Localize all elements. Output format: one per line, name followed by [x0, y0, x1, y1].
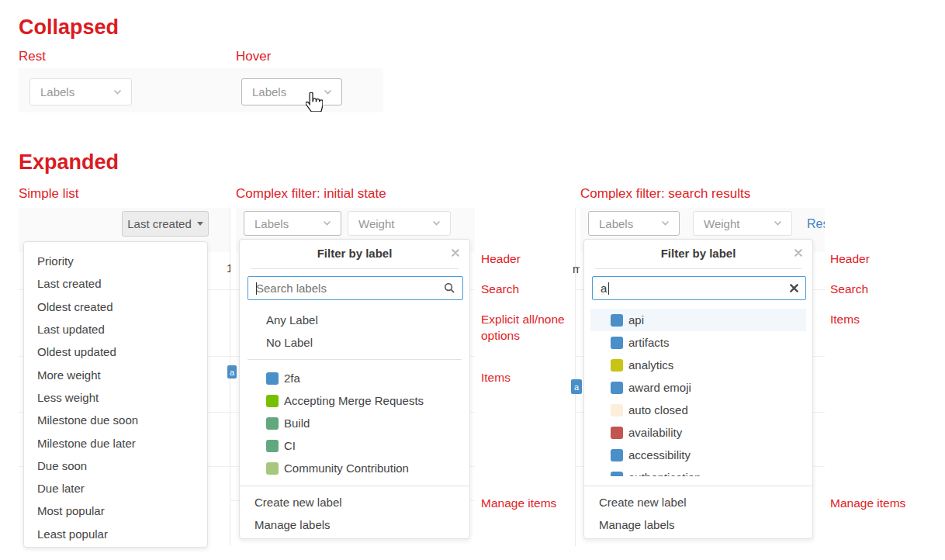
label-item[interactable]: Accepting Merge Requests: [240, 389, 469, 412]
panel-title: Filter by label: [240, 247, 469, 260]
list-item[interactable]: Milestone due soon: [24, 409, 207, 431]
label-item[interactable]: api: [584, 309, 812, 331]
any-label-option[interactable]: Any Label: [240, 309, 469, 331]
labels-dropdown-search-label: Labels: [599, 217, 661, 230]
chevron-down-icon: [323, 220, 331, 226]
list-item[interactable]: Due later: [24, 477, 207, 500]
list-item[interactable]: Milestone due later: [24, 431, 207, 454]
create-new-label-link[interactable]: Create new label: [584, 491, 812, 513]
list-item[interactable]: Oldest updated: [24, 340, 207, 363]
search-results-label: Complex filter: search results: [580, 186, 750, 202]
label-item[interactable]: award emoji: [584, 376, 812, 399]
panel-title: Filter by label: [584, 247, 812, 260]
simple-list-label: Simple list: [19, 186, 78, 202]
list-item[interactable]: Least popular: [24, 523, 207, 545]
label-item[interactable]: authentication: [584, 466, 812, 476]
label-item[interactable]: artifacts: [584, 331, 812, 354]
list-item[interactable]: Oldest created: [24, 296, 207, 318]
label-item-name: accessibility: [628, 448, 691, 461]
list-item[interactable]: More weight: [24, 363, 207, 385]
initial-state-label: Complex filter: initial state: [236, 186, 386, 202]
label-item[interactable]: Build: [240, 412, 469, 434]
label-item[interactable]: analytics: [584, 354, 812, 376]
label-color-chip: [611, 337, 623, 349]
clipped-text-fragment: 1: [227, 261, 230, 275]
annotation-search: Search: [830, 281, 868, 297]
annotation-manage-items: Manage items: [830, 495, 905, 511]
annotation-manage-items: Manage items: [481, 495, 556, 511]
close-icon[interactable]: [452, 249, 459, 257]
label-item-name: Build: [284, 417, 310, 430]
footer-divider: [240, 486, 469, 486]
labels-dropdown-hover[interactable]: Labels: [241, 78, 342, 105]
annotation-header: Header: [481, 251, 521, 267]
manage-labels-link[interactable]: Manage labels: [584, 513, 812, 536]
sort-dropdown-button[interactable]: Last created: [122, 211, 209, 237]
title-divider: [251, 268, 459, 269]
label-color-chip: [266, 395, 279, 407]
list-item[interactable]: Last updated: [24, 318, 207, 340]
label-item[interactable]: CI: [240, 434, 469, 457]
label-item-name: authentication: [628, 471, 701, 476]
list-item[interactable]: Priority: [24, 250, 207, 272]
list-item[interactable]: Due soon: [24, 455, 207, 477]
weight-dropdown-search[interactable]: Weight: [693, 211, 792, 236]
all-none-options: Any Label No Label: [240, 309, 469, 354]
chevron-down-icon: [432, 220, 441, 226]
weight-dropdown-initial-label: Weight: [358, 217, 432, 230]
labels-dropdown-rest[interactable]: Labels: [29, 78, 132, 105]
label-item[interactable]: auto closed: [584, 399, 812, 421]
label-items-list: api artifacts analytics award emoji auto…: [584, 309, 812, 476]
label-item[interactable]: 2fa: [240, 367, 469, 389]
collapsed-heading: Collapsed: [19, 16, 119, 40]
label-item-name: award emoji: [628, 381, 691, 394]
reset-labels-link[interactable]: Reset: [807, 217, 825, 231]
labels-dropdown-initial[interactable]: Labels: [244, 211, 341, 236]
no-label-option[interactable]: No Label: [240, 331, 469, 354]
list-item[interactable]: Last created: [24, 272, 207, 295]
clipped-text-fragment: m: [573, 262, 580, 275]
clipped-label-chip-fragment: a: [227, 365, 237, 379]
label-color-chip: [266, 417, 279, 430]
weight-dropdown-search-label: Weight: [704, 217, 774, 230]
label-item-name: api: [628, 313, 644, 327]
label-color-chip: [266, 440, 279, 452]
manage-labels-link[interactable]: Manage labels: [240, 513, 469, 536]
chevron-down-icon: [661, 220, 670, 226]
list-item[interactable]: Most popular: [24, 500, 207, 522]
label-search-input[interactable]: [593, 282, 790, 295]
text-cursor: [256, 282, 257, 295]
annotation-header: Header: [830, 251, 870, 267]
label-color-chip: [611, 359, 623, 372]
close-icon[interactable]: [794, 249, 802, 257]
search-icon: [444, 282, 455, 294]
chevron-down-icon: [113, 89, 122, 95]
chevron-down-icon: [774, 220, 782, 226]
label-item[interactable]: Community Contribution: [240, 457, 469, 479]
label-item-name: Community Contribution: [284, 461, 409, 475]
filter-by-label-panel-initial: Filter by label Any Label No Label 2fa A…: [239, 239, 470, 539]
label-color-chip: [611, 382, 623, 394]
label-search-box: [248, 276, 463, 300]
footer-divider: [584, 486, 812, 486]
label-color-chip: [611, 472, 623, 477]
sort-dropdown-label: Last created: [127, 217, 192, 230]
expanded-heading: Expanded: [19, 150, 119, 175]
caret-down-icon: [197, 222, 203, 226]
label-color-chip: [266, 372, 279, 385]
design-spec-page: 1 m a a Collapsed Rest Hover Labels Labe…: [0, 0, 945, 560]
label-search-input[interactable]: [248, 282, 444, 295]
clear-search-icon[interactable]: [790, 284, 798, 292]
labels-dropdown-search[interactable]: Labels: [588, 211, 680, 236]
labels-dropdown-rest-label: Labels: [40, 85, 113, 99]
label-item[interactable]: availability: [584, 421, 812, 444]
label-color-chip: [611, 314, 623, 327]
list-item[interactable]: Less weight: [24, 386, 207, 409]
labels-dropdown-initial-label: Labels: [254, 217, 323, 230]
text-cursor: [608, 282, 609, 295]
label-color-chip: [611, 449, 623, 461]
label-item-name: CI: [284, 439, 296, 452]
create-new-label-link[interactable]: Create new label: [240, 491, 469, 513]
weight-dropdown-initial[interactable]: Weight: [348, 211, 451, 236]
label-item[interactable]: accessibility: [584, 444, 812, 466]
